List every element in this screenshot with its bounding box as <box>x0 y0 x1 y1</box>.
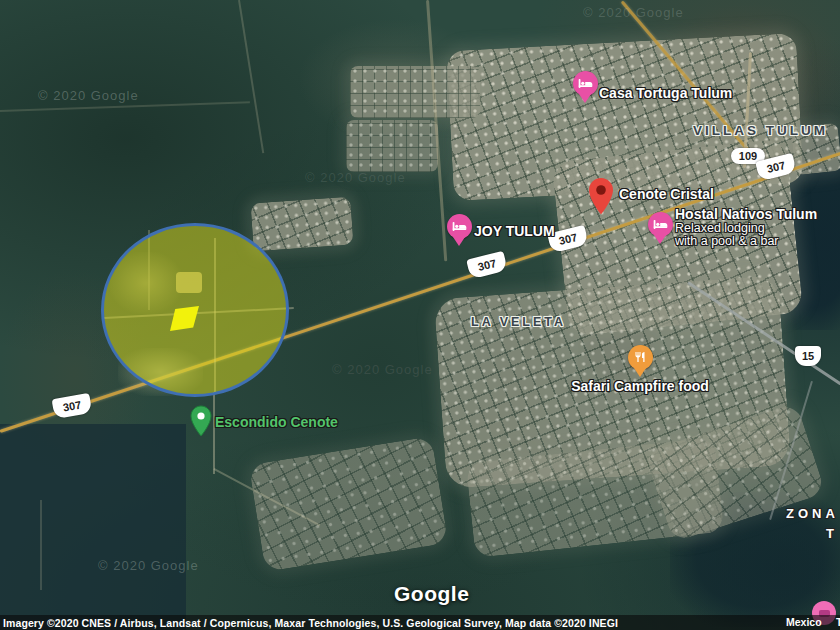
bed-icon <box>578 75 593 93</box>
attribution-bar: Imagery ©2020 CNES / Airbus, Landsat / C… <box>0 615 840 630</box>
attribution-country: Mexico <box>786 616 822 628</box>
trail-line <box>213 392 215 474</box>
google-watermark: © 2020 Google <box>332 362 433 377</box>
area-label-zona-cont: T <box>826 526 838 541</box>
city-blocks-patch <box>346 120 438 172</box>
area-label-la-veleta: LA VELETA <box>471 315 566 329</box>
google-watermark: © 2020 Google <box>305 170 406 185</box>
google-logo[interactable]: Google <box>394 582 469 606</box>
google-watermark: © 2020 Google <box>38 88 139 103</box>
route-shield-15: 15 <box>795 346 821 366</box>
city-blocks-patch <box>350 66 480 118</box>
attribution-text: Imagery ©2020 CNES / Airbus, Landsat / C… <box>3 617 618 629</box>
google-watermark: © 2020 Google <box>583 5 684 20</box>
map-canvas[interactable]: © 2020 Google © 2020 Google © 2020 Googl… <box>0 0 840 630</box>
marker-label-hostal-nativos[interactable]: Hostal Nativos Tulum Relaxed lodging wit… <box>675 206 817 248</box>
city-blocks-patch <box>250 197 353 252</box>
area-label-zona: ZONA <box>786 506 839 521</box>
marker-label-safari-campfire[interactable]: Safari Campfire food <box>565 378 715 394</box>
lodging-pin-hostal-nativos[interactable] <box>647 212 673 250</box>
marker-label-escondido-cenote[interactable]: Escondido Cenote <box>215 414 338 430</box>
marker-label-casa-tortuga[interactable]: Casa Tortuga Tulum <box>599 85 732 101</box>
cenote-pin-escondido[interactable] <box>190 405 212 441</box>
bed-icon <box>653 216 668 234</box>
marker-description-line2: with a pool & a bar <box>675 235 817 248</box>
route-shield-307: 307 <box>466 251 508 280</box>
bed-icon <box>452 218 467 236</box>
lodging-pin-joy-tulum[interactable] <box>446 214 472 252</box>
marker-label-joy-tulum[interactable]: JOY TULUM <box>474 223 555 239</box>
place-pin-cenote-cristal[interactable] <box>588 177 614 219</box>
marker-title: Hostal Nativos Tulum <box>675 206 817 222</box>
route-shield-307: 307 <box>52 393 93 419</box>
google-watermark: © 2020 Google <box>98 558 199 573</box>
trail-line <box>40 500 42 590</box>
area-label-villas-tulum: VILLAS TULUM <box>693 123 828 138</box>
terms-link-partial[interactable]: T <box>836 616 840 628</box>
water-patch <box>0 424 186 630</box>
marker-label-cenote-cristal[interactable]: Cenote Cristal <box>619 186 714 202</box>
trail-line <box>238 0 264 153</box>
restaurant-icon <box>634 349 646 367</box>
lodging-pin-casa-tortuga[interactable] <box>572 71 598 109</box>
